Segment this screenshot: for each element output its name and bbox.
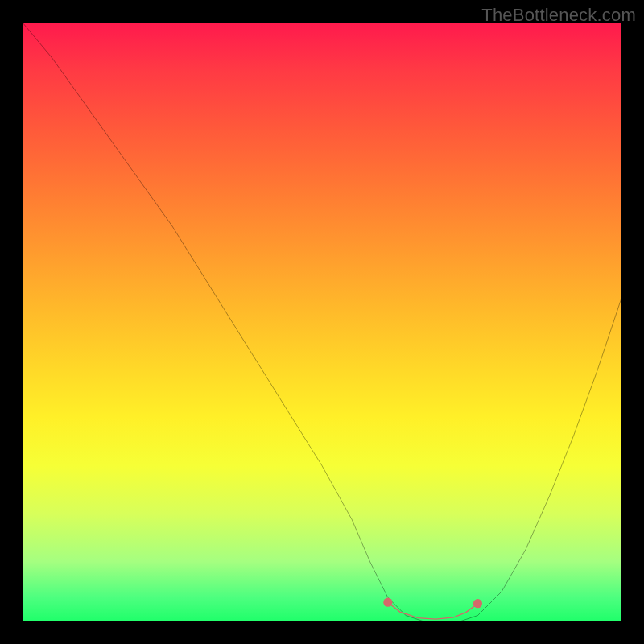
chart-frame: TheBottleneck.com <box>0 0 644 644</box>
attribution-text: TheBottleneck.com <box>481 5 636 26</box>
curve-overlay <box>23 23 621 621</box>
marker-segment <box>388 602 478 619</box>
marker-dot-right <box>473 599 482 608</box>
bottleneck-curve <box>23 23 621 621</box>
marker-dot-left <box>383 598 392 607</box>
